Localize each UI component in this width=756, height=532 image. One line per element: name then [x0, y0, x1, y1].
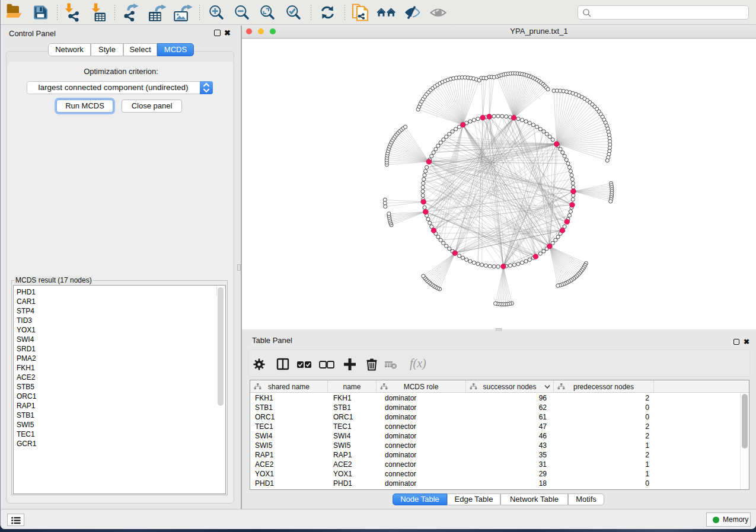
svg-text:f(x): f(x) [410, 357, 426, 370]
